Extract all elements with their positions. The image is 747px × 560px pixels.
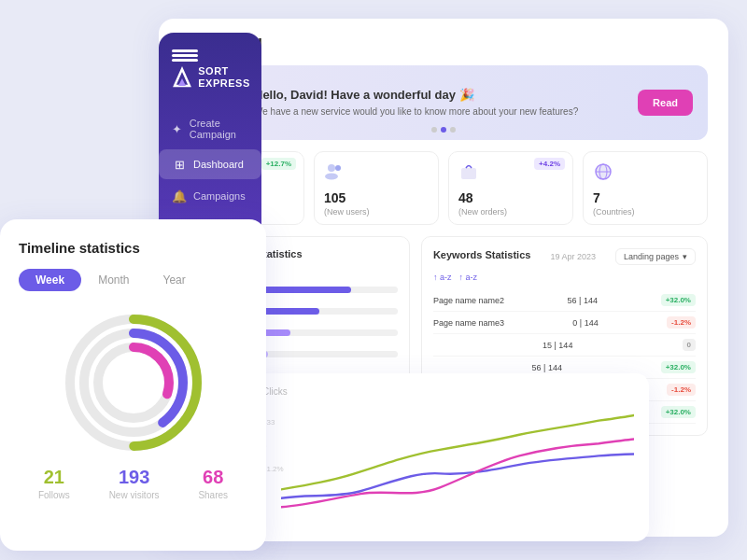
tab-week[interactable]: Week [19,269,81,291]
kw-row-1: Page name name2 56 | 144 +32.0% [433,289,696,312]
timeline-card: Timeline statistics Week Month Year 21 F… [0,219,266,551]
line-blue [281,455,634,498]
stat-badge-new-orders: +4.2% [534,158,565,170]
campaigns-icon: 🔔 [172,189,187,203]
timeline-stat-label-shares: Shares [198,490,228,500]
banner-text: Hello, David! Have a wonderful day 🎉 We … [254,88,627,119]
sidebar-item-label: Create Campaign [190,118,248,140]
sidebar-item-label: Dashboard [193,159,244,170]
line-chart-svg [281,402,634,524]
stat-icon-new-users [324,161,429,187]
sidebar-item-campaigns[interactable]: 🔔 Campaigns [159,181,261,211]
dot-2 [441,127,446,133]
banner-description: We have a new service would you like to … [254,105,627,119]
svg-rect-14 [461,168,476,179]
chevron-down-icon: ▾ [683,252,687,261]
tab-month[interactable]: Month [81,269,146,291]
kw-change-1: +32.0% [661,294,696,306]
svg-point-12 [335,165,341,171]
kw-change-5: -1.2% [667,384,696,396]
kw-header: Keywords Statistics 19 Apr 2023 Landing … [433,248,696,265]
timeline-stat-visitors: 193 New visitors [109,467,160,500]
timeline-stat-label-visitors: New visitors [109,490,160,500]
kw-change-6: +32.0% [661,406,696,418]
kw-change-2: -1.2% [667,316,696,329]
timeline-bottom-stats: 21 Follows 193 New visitors 68 Shares [19,467,247,500]
kw-sort-az-desc[interactable]: ↑ a-z [458,273,477,282]
timeline-stat-shares: 68 Shares [198,467,228,500]
kw-values-3: 15 | 144 [543,341,572,350]
kw-title: Keywords Statistics [433,249,531,260]
kw-values-4: 56 | 144 [532,363,562,372]
svg-point-13 [325,174,338,180]
create-campaign-icon: ✦ [172,121,183,136]
sidebar-item-dashboard[interactable]: ⊞ Dashboard [159,149,261,179]
stat-badge-data-rows: +12.7% [261,158,296,170]
dashboard-icon: ⊞ [172,157,187,172]
logo-icon [170,65,194,90]
kw-name-1: Page name name2 [433,296,504,305]
stat-label-countries: (Countries) [593,207,698,217]
chart-label: Clicks [262,386,634,397]
kw-change-3: 0 [683,339,696,351]
stat-label-new-users: (New users) [324,207,429,217]
logo: SORT EXPRESS [161,65,259,90]
timeline-tabs: Week Month Year [19,269,247,291]
banner-title: Hello, David! Have a wonderful day 🎉 [254,88,627,102]
donut-chart-area [19,308,247,457]
svg-point-11 [328,164,335,172]
stat-value-countries: 7 [593,190,698,205]
stat-icon-countries [593,161,698,187]
sidebar-item-label: Campaigns [193,190,246,202]
dot-1 [431,127,437,133]
stat-card-new-orders: +4.2% 48 (New orders) [448,151,573,225]
svg-marker-1 [178,78,186,86]
timeline-stat-value-shares: 68 [198,467,228,488]
sidebar-item-create-campaign[interactable]: ✦ Create Campaign [159,110,261,147]
stat-card-countries: 7 (Countries) [583,151,708,225]
stat-value-new-orders: 48 [458,190,563,205]
line-chart-card: Clicks 433 5 31.2% [247,373,649,541]
stat-label-new-orders: (New orders) [458,207,563,217]
kw-name-2: Page name name3 [433,318,504,328]
kw-dropdown-label: Landing pages [624,252,679,261]
kw-values-1: 56 | 144 [568,296,598,305]
donut-chart [59,308,208,457]
kw-values-2: 0 | 144 [572,318,598,328]
timeline-title: Timeline statistics [19,240,247,256]
kw-sort-az-asc[interactable]: ↑ a-z [433,273,452,282]
line-green [281,415,634,489]
timeline-stat-value-visitors: 193 [109,467,160,488]
kw-change-4: +32.0% [661,361,696,373]
logo-text: SORT EXPRESS [198,65,249,89]
timeline-stat-follows: 21 Follows [38,467,70,500]
kw-row-2: Page name name3 0 | 144 -1.2% [433,312,696,334]
banner-read-button[interactable]: Read [638,90,693,116]
kw-date: 19 Apr 2023 [550,252,596,261]
dot-indicators [431,127,456,133]
kw-row-3: 15 | 144 0 [433,334,696,357]
kw-sort: ↑ a-z ↑ a-z [433,273,696,282]
hamburger-icon[interactable] [172,49,198,52]
timeline-stat-label-follows: Follows [38,490,70,500]
dot-3 [450,127,456,133]
stat-card-new-users: 105 (New users) [314,151,439,225]
stat-value-new-users: 105 [324,190,429,205]
kw-dropdown[interactable]: Landing pages ▾ [615,248,696,265]
tab-year[interactable]: Year [147,269,203,291]
timeline-stat-value-follows: 21 [38,467,70,488]
